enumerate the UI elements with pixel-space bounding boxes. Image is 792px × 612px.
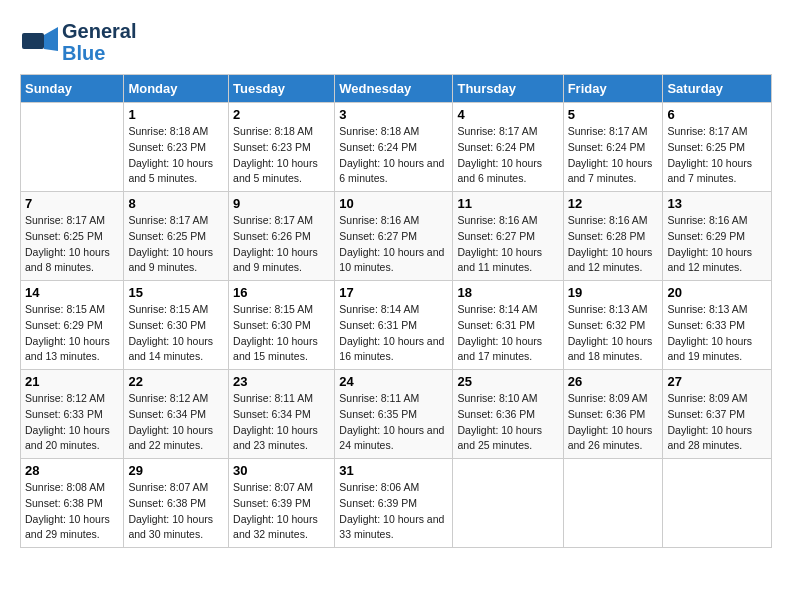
weekday-header-tuesday: Tuesday xyxy=(229,75,335,103)
day-number: 27 xyxy=(667,374,767,389)
day-info: Sunrise: 8:16 AM Sunset: 6:27 PM Dayligh… xyxy=(457,213,558,276)
calendar-cell: 17 Sunrise: 8:14 AM Sunset: 6:31 PM Dayl… xyxy=(335,281,453,370)
calendar-cell: 25 Sunrise: 8:10 AM Sunset: 6:36 PM Dayl… xyxy=(453,370,563,459)
day-number: 16 xyxy=(233,285,330,300)
svg-marker-1 xyxy=(44,27,58,51)
day-number: 9 xyxy=(233,196,330,211)
day-info: Sunrise: 8:06 AM Sunset: 6:39 PM Dayligh… xyxy=(339,480,448,543)
day-info: Sunrise: 8:15 AM Sunset: 6:30 PM Dayligh… xyxy=(233,302,330,365)
calendar-cell: 9 Sunrise: 8:17 AM Sunset: 6:26 PM Dayli… xyxy=(229,192,335,281)
calendar-week-1: 1 Sunrise: 8:18 AM Sunset: 6:23 PM Dayli… xyxy=(21,103,772,192)
day-number: 12 xyxy=(568,196,659,211)
day-number: 19 xyxy=(568,285,659,300)
calendar-cell: 6 Sunrise: 8:17 AM Sunset: 6:25 PM Dayli… xyxy=(663,103,772,192)
day-info: Sunrise: 8:18 AM Sunset: 6:23 PM Dayligh… xyxy=(233,124,330,187)
calendar-week-3: 14 Sunrise: 8:15 AM Sunset: 6:29 PM Dayl… xyxy=(21,281,772,370)
logo-line1: General xyxy=(62,20,136,42)
calendar-cell xyxy=(453,459,563,548)
calendar-cell: 7 Sunrise: 8:17 AM Sunset: 6:25 PM Dayli… xyxy=(21,192,124,281)
day-number: 30 xyxy=(233,463,330,478)
day-info: Sunrise: 8:17 AM Sunset: 6:25 PM Dayligh… xyxy=(25,213,119,276)
day-number: 5 xyxy=(568,107,659,122)
day-info: Sunrise: 8:17 AM Sunset: 6:24 PM Dayligh… xyxy=(457,124,558,187)
calendar-cell: 15 Sunrise: 8:15 AM Sunset: 6:30 PM Dayl… xyxy=(124,281,229,370)
day-info: Sunrise: 8:16 AM Sunset: 6:27 PM Dayligh… xyxy=(339,213,448,276)
day-number: 1 xyxy=(128,107,224,122)
day-info: Sunrise: 8:14 AM Sunset: 6:31 PM Dayligh… xyxy=(457,302,558,365)
day-number: 25 xyxy=(457,374,558,389)
day-info: Sunrise: 8:09 AM Sunset: 6:37 PM Dayligh… xyxy=(667,391,767,454)
day-info: Sunrise: 8:13 AM Sunset: 6:32 PM Dayligh… xyxy=(568,302,659,365)
day-number: 23 xyxy=(233,374,330,389)
day-info: Sunrise: 8:14 AM Sunset: 6:31 PM Dayligh… xyxy=(339,302,448,365)
calendar-cell: 24 Sunrise: 8:11 AM Sunset: 6:35 PM Dayl… xyxy=(335,370,453,459)
day-info: Sunrise: 8:11 AM Sunset: 6:34 PM Dayligh… xyxy=(233,391,330,454)
calendar-cell: 4 Sunrise: 8:17 AM Sunset: 6:24 PM Dayli… xyxy=(453,103,563,192)
calendar-week-2: 7 Sunrise: 8:17 AM Sunset: 6:25 PM Dayli… xyxy=(21,192,772,281)
calendar-cell: 30 Sunrise: 8:07 AM Sunset: 6:39 PM Dayl… xyxy=(229,459,335,548)
calendar-cell: 29 Sunrise: 8:07 AM Sunset: 6:38 PM Dayl… xyxy=(124,459,229,548)
day-number: 21 xyxy=(25,374,119,389)
day-number: 18 xyxy=(457,285,558,300)
day-number: 14 xyxy=(25,285,119,300)
calendar-week-5: 28 Sunrise: 8:08 AM Sunset: 6:38 PM Dayl… xyxy=(21,459,772,548)
weekday-header-friday: Friday xyxy=(563,75,663,103)
calendar-cell: 11 Sunrise: 8:16 AM Sunset: 6:27 PM Dayl… xyxy=(453,192,563,281)
weekday-header-sunday: Sunday xyxy=(21,75,124,103)
day-number: 3 xyxy=(339,107,448,122)
day-info: Sunrise: 8:12 AM Sunset: 6:34 PM Dayligh… xyxy=(128,391,224,454)
calendar-cell: 28 Sunrise: 8:08 AM Sunset: 6:38 PM Dayl… xyxy=(21,459,124,548)
day-info: Sunrise: 8:12 AM Sunset: 6:33 PM Dayligh… xyxy=(25,391,119,454)
day-number: 2 xyxy=(233,107,330,122)
day-number: 4 xyxy=(457,107,558,122)
calendar-week-4: 21 Sunrise: 8:12 AM Sunset: 6:33 PM Dayl… xyxy=(21,370,772,459)
day-info: Sunrise: 8:11 AM Sunset: 6:35 PM Dayligh… xyxy=(339,391,448,454)
calendar-cell: 21 Sunrise: 8:12 AM Sunset: 6:33 PM Dayl… xyxy=(21,370,124,459)
day-number: 17 xyxy=(339,285,448,300)
calendar-cell xyxy=(21,103,124,192)
calendar-cell: 18 Sunrise: 8:14 AM Sunset: 6:31 PM Dayl… xyxy=(453,281,563,370)
calendar-cell: 8 Sunrise: 8:17 AM Sunset: 6:25 PM Dayli… xyxy=(124,192,229,281)
day-number: 10 xyxy=(339,196,448,211)
svg-rect-0 xyxy=(22,33,44,49)
day-info: Sunrise: 8:16 AM Sunset: 6:29 PM Dayligh… xyxy=(667,213,767,276)
day-info: Sunrise: 8:15 AM Sunset: 6:30 PM Dayligh… xyxy=(128,302,224,365)
calendar-cell: 3 Sunrise: 8:18 AM Sunset: 6:24 PM Dayli… xyxy=(335,103,453,192)
weekday-header-saturday: Saturday xyxy=(663,75,772,103)
calendar-cell xyxy=(563,459,663,548)
weekday-header-monday: Monday xyxy=(124,75,229,103)
day-number: 11 xyxy=(457,196,558,211)
calendar-cell: 5 Sunrise: 8:17 AM Sunset: 6:24 PM Dayli… xyxy=(563,103,663,192)
day-info: Sunrise: 8:17 AM Sunset: 6:25 PM Dayligh… xyxy=(667,124,767,187)
day-info: Sunrise: 8:07 AM Sunset: 6:39 PM Dayligh… xyxy=(233,480,330,543)
calendar-cell: 22 Sunrise: 8:12 AM Sunset: 6:34 PM Dayl… xyxy=(124,370,229,459)
weekday-header-thursday: Thursday xyxy=(453,75,563,103)
day-info: Sunrise: 8:10 AM Sunset: 6:36 PM Dayligh… xyxy=(457,391,558,454)
day-info: Sunrise: 8:16 AM Sunset: 6:28 PM Dayligh… xyxy=(568,213,659,276)
day-info: Sunrise: 8:18 AM Sunset: 6:23 PM Dayligh… xyxy=(128,124,224,187)
day-number: 6 xyxy=(667,107,767,122)
day-info: Sunrise: 8:15 AM Sunset: 6:29 PM Dayligh… xyxy=(25,302,119,365)
calendar-cell: 2 Sunrise: 8:18 AM Sunset: 6:23 PM Dayli… xyxy=(229,103,335,192)
day-number: 15 xyxy=(128,285,224,300)
calendar-cell xyxy=(663,459,772,548)
calendar-cell: 14 Sunrise: 8:15 AM Sunset: 6:29 PM Dayl… xyxy=(21,281,124,370)
day-info: Sunrise: 8:17 AM Sunset: 6:25 PM Dayligh… xyxy=(128,213,224,276)
calendar-cell: 20 Sunrise: 8:13 AM Sunset: 6:33 PM Dayl… xyxy=(663,281,772,370)
calendar-cell: 1 Sunrise: 8:18 AM Sunset: 6:23 PM Dayli… xyxy=(124,103,229,192)
day-info: Sunrise: 8:17 AM Sunset: 6:26 PM Dayligh… xyxy=(233,213,330,276)
calendar-cell: 13 Sunrise: 8:16 AM Sunset: 6:29 PM Dayl… xyxy=(663,192,772,281)
logo-icon xyxy=(20,23,58,61)
day-number: 8 xyxy=(128,196,224,211)
page-header: General Blue xyxy=(20,20,772,64)
day-number: 31 xyxy=(339,463,448,478)
day-number: 22 xyxy=(128,374,224,389)
day-info: Sunrise: 8:17 AM Sunset: 6:24 PM Dayligh… xyxy=(568,124,659,187)
logo: General Blue xyxy=(20,20,136,64)
day-info: Sunrise: 8:09 AM Sunset: 6:36 PM Dayligh… xyxy=(568,391,659,454)
day-number: 13 xyxy=(667,196,767,211)
calendar-cell: 12 Sunrise: 8:16 AM Sunset: 6:28 PM Dayl… xyxy=(563,192,663,281)
day-number: 29 xyxy=(128,463,224,478)
weekday-header-wednesday: Wednesday xyxy=(335,75,453,103)
day-number: 24 xyxy=(339,374,448,389)
